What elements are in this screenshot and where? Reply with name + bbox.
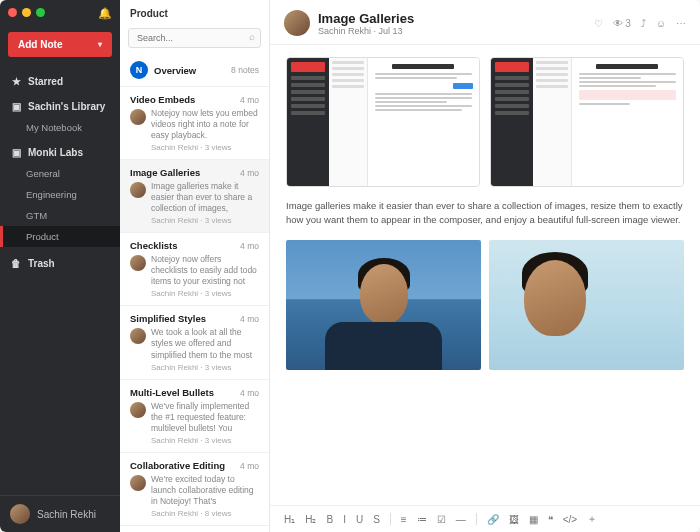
list-item-meta: Sachin Rekhi · 8 views bbox=[151, 509, 259, 518]
image-gallery[interactable] bbox=[286, 57, 684, 187]
list-item-time: 4 mo bbox=[240, 95, 259, 105]
like-button[interactable]: ♡ bbox=[594, 18, 603, 29]
list-item-meta: Sachin Rekhi · 3 views bbox=[151, 289, 259, 298]
toolbar-button[interactable]: </> bbox=[563, 514, 577, 525]
sidebar-item-gtm[interactable]: GTM bbox=[0, 205, 120, 226]
sidebar-item-general[interactable]: General bbox=[0, 163, 120, 184]
window-controls[interactable] bbox=[8, 8, 45, 17]
close-dot[interactable] bbox=[8, 8, 17, 17]
reactions-button[interactable]: ☺ bbox=[656, 18, 666, 29]
more-button[interactable]: ⋯ bbox=[676, 18, 686, 29]
list-item-snippet: We've finally implemented the #1 request… bbox=[151, 401, 259, 434]
toolbar-button[interactable]: — bbox=[456, 514, 466, 525]
sidebar-item-product[interactable]: Product bbox=[0, 226, 120, 247]
list-item-time: 4 mo bbox=[240, 314, 259, 324]
toolbar-button[interactable]: U bbox=[356, 514, 363, 525]
chevron-down-icon: ▾ bbox=[98, 40, 102, 49]
avatar bbox=[130, 182, 146, 198]
list-item-time: 4 mo bbox=[240, 168, 259, 178]
toolbar-button[interactable]: H₂ bbox=[305, 514, 316, 525]
gallery-image[interactable] bbox=[286, 240, 481, 370]
list-item[interactable]: Video Embeds4 mo Notejoy now lets you em… bbox=[120, 87, 269, 160]
note-main: Image Galleries Sachin Rekhi · Jul 13 ♡ … bbox=[270, 0, 700, 532]
list-item[interactable]: Checklists4 mo Notejoy now offers checkl… bbox=[120, 233, 269, 306]
sidebar-item-starred[interactable]: ★ Starred bbox=[0, 71, 120, 92]
note-paragraph: Image galleries make it easier than ever… bbox=[286, 199, 684, 228]
list-item-meta: Sachin Rekhi · 3 views bbox=[151, 143, 259, 152]
list-item-title: Simplified Styles bbox=[130, 313, 206, 324]
search-wrap: ⌕ bbox=[128, 27, 261, 48]
sidebar-item-workspace[interactable]: ▣ Monki Labs bbox=[0, 142, 120, 163]
list-item-title: Multi-Level Bullets bbox=[130, 387, 214, 398]
toolbar-button[interactable]: 🔗 bbox=[487, 514, 499, 525]
note-actions: ♡ 👁 3 ⤴ ☺ ⋯ bbox=[594, 18, 686, 29]
list-item-title: Video Embeds bbox=[130, 94, 195, 105]
avatar bbox=[130, 109, 146, 125]
library-icon: ▣ bbox=[10, 101, 22, 112]
toolbar-button[interactable]: ❝ bbox=[548, 514, 553, 525]
list-item-time: 4 mo bbox=[240, 388, 259, 398]
gallery-image[interactable] bbox=[489, 240, 684, 370]
note-byline: Sachin Rekhi · Jul 13 bbox=[318, 26, 414, 36]
trash-icon: 🗑 bbox=[10, 258, 22, 269]
note-title: Image Galleries bbox=[318, 11, 414, 26]
star-icon: ★ bbox=[10, 76, 22, 87]
search-input[interactable] bbox=[128, 28, 261, 48]
toolbar-button[interactable]: H₁ bbox=[284, 514, 295, 525]
toolbar-button[interactable]: ＋ bbox=[587, 512, 597, 526]
image-gallery[interactable] bbox=[286, 240, 684, 370]
avatar bbox=[130, 475, 146, 491]
user-footer[interactable]: Sachin Rekhi bbox=[0, 495, 120, 532]
search-icon: ⌕ bbox=[249, 31, 255, 42]
gallery-image[interactable] bbox=[286, 57, 480, 187]
sidebar-label: Trash bbox=[28, 258, 55, 269]
notebook-badge-icon: N bbox=[130, 61, 148, 79]
list-item[interactable]: Multi-Level Bullets4 mo We've finally im… bbox=[120, 380, 269, 453]
avatar bbox=[130, 328, 146, 344]
gallery-image[interactable] bbox=[490, 57, 684, 187]
avatar bbox=[130, 255, 146, 271]
list-item-overview[interactable]: NOverview8 notes bbox=[120, 54, 269, 87]
sidebar-label: Monki Labs bbox=[28, 147, 83, 158]
notelist-header: Product bbox=[120, 0, 269, 23]
sidebar-label: Starred bbox=[28, 76, 63, 87]
toolbar-button[interactable]: ☑ bbox=[437, 514, 446, 525]
toolbar-button[interactable]: ≔ bbox=[417, 514, 427, 525]
toolbar-button[interactable]: 🖼 bbox=[509, 514, 519, 525]
add-note-label: Add Note bbox=[18, 39, 62, 50]
toolbar-button[interactable]: B bbox=[326, 514, 333, 525]
toolbar-button[interactable]: ▦ bbox=[529, 514, 538, 525]
list-item[interactable]: Image Galleries4 mo Image galleries make… bbox=[120, 160, 269, 233]
views-count[interactable]: 👁 3 bbox=[613, 18, 631, 29]
sidebar-item-mynotebook[interactable]: My Notebook bbox=[0, 117, 120, 138]
minimize-dot[interactable] bbox=[22, 8, 31, 17]
list-item-time: 4 mo bbox=[240, 461, 259, 471]
bell-icon[interactable]: 🔔 bbox=[98, 7, 112, 20]
list-item-meta: Sachin Rekhi · 3 views bbox=[151, 436, 259, 445]
separator bbox=[390, 513, 391, 525]
list-item[interactable]: Simplified Styles4 mo We took a look at … bbox=[120, 306, 269, 379]
sidebar-item-engineering[interactable]: Engineering bbox=[0, 184, 120, 205]
list-item-meta: Sachin Rekhi · 3 views bbox=[151, 216, 259, 225]
list-item-title: Checklists bbox=[130, 240, 178, 251]
list-item-snippet: We're excited today to launch collaborat… bbox=[151, 474, 259, 507]
zoom-dot[interactable] bbox=[36, 8, 45, 17]
list-item-snippet: Notejoy now offers checklists to easily … bbox=[151, 254, 259, 287]
sidebar-item-trash[interactable]: 🗑 Trash bbox=[0, 253, 120, 274]
list-item-time: 4 mo bbox=[240, 241, 259, 251]
add-note-button[interactable]: Add Note ▾ bbox=[8, 32, 112, 57]
sidebar-label: My Notebook bbox=[26, 122, 82, 133]
toolbar-button[interactable]: I bbox=[343, 514, 346, 525]
avatar bbox=[130, 402, 146, 418]
list-item-snippet: Notejoy now lets you embed videos right … bbox=[151, 108, 259, 141]
share-button[interactable]: ⤴ bbox=[641, 18, 646, 29]
editor-toolbar: H₁H₂BIUS≡≔☑—🔗🖼▦❝</>＋ bbox=[270, 505, 700, 532]
sidebar-item-library[interactable]: ▣ Sachin's Library bbox=[0, 96, 120, 117]
toolbar-button[interactable]: S bbox=[373, 514, 380, 525]
sidebar-label: Sachin's Library bbox=[28, 101, 105, 112]
separator bbox=[476, 513, 477, 525]
avatar bbox=[284, 10, 310, 36]
toolbar-button[interactable]: ≡ bbox=[401, 514, 407, 525]
list-item-title: Image Galleries bbox=[130, 167, 200, 178]
list-item[interactable]: Collaborative Editing4 mo We're excited … bbox=[120, 453, 269, 526]
